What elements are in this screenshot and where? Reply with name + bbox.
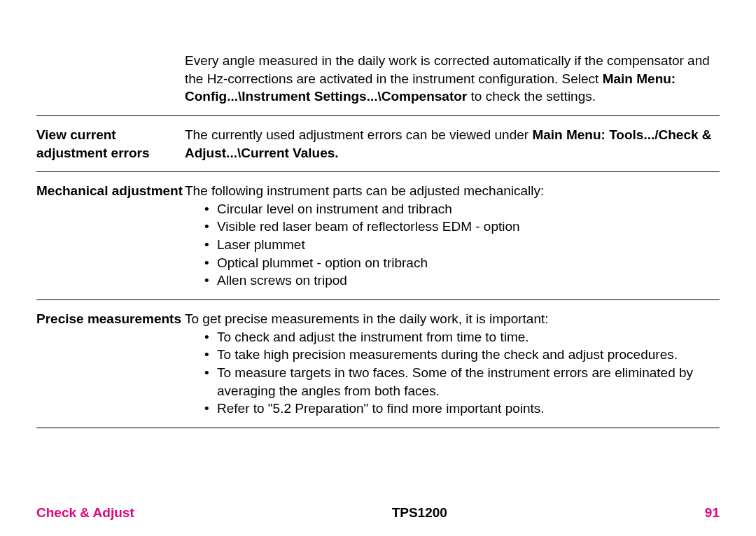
- list-item: To check and adjust the instrument from …: [204, 328, 720, 346]
- list-item: Optical plummet - option on tribrach: [204, 254, 720, 272]
- view-current-content: The currently used adjustment errors can…: [185, 126, 720, 162]
- footer-page-number: 91: [705, 504, 720, 522]
- mechanical-content: The following instrument parts can be ad…: [185, 182, 720, 290]
- precise-list: To check and adjust the instrument from …: [185, 328, 720, 418]
- list-item: Visible red laser beam of reflectorless …: [204, 218, 720, 236]
- list-item: To take high precision measurements duri…: [204, 346, 720, 364]
- mechanical-list: Circular level on instrument and tribrac…: [185, 200, 720, 290]
- precise-intro: To get precise measurements in the daily…: [185, 310, 720, 328]
- mechanical-label: Mechanical adjustment: [36, 182, 185, 290]
- precise-content: To get precise measurements in the daily…: [185, 310, 720, 418]
- list-item: Circular level on instrument and tribrac…: [204, 200, 720, 218]
- footer-chapter: Check & Adjust: [36, 504, 134, 522]
- precise-label: Precise measurements: [36, 310, 185, 418]
- mechanical-section: Mechanical adjustment The following inst…: [36, 172, 720, 300]
- list-item: To measure targets in two faces. Some of…: [204, 364, 720, 400]
- view-current-label: View current adjustment errors: [36, 126, 185, 162]
- list-item: Laser plummet: [204, 236, 720, 254]
- view-current-section: View current adjustment errors The curre…: [36, 116, 720, 172]
- intro-content: Every angle measured in the daily work i…: [185, 52, 720, 106]
- list-item: Refer to "5.2 Preparation" to find more …: [204, 400, 720, 418]
- list-item: Allen screws on tripod: [204, 271, 720, 290]
- intro-label-empty: [36, 52, 185, 106]
- intro-section: Every angle measured in the daily work i…: [36, 52, 720, 116]
- precise-section: Precise measurements To get precise meas…: [36, 300, 720, 428]
- footer-model: TPS1200: [392, 504, 447, 522]
- intro-text-2: to check the settings.: [467, 89, 596, 104]
- page-footer: Check & Adjust TPS1200 91: [36, 504, 720, 522]
- view-text-1: The currently used adjustment errors can…: [185, 127, 532, 142]
- mechanical-intro: The following instrument parts can be ad…: [185, 182, 720, 200]
